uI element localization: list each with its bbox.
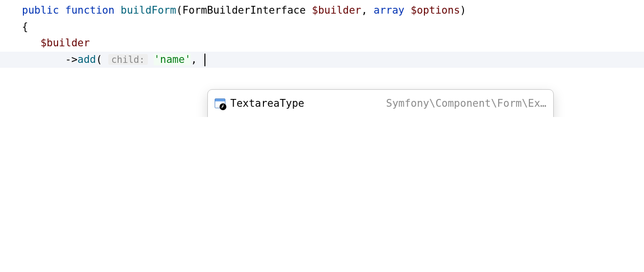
keyword-array: array	[374, 4, 404, 16]
autocomplete-item-name: TextareaType	[230, 96, 304, 112]
code-line: public function buildForm(FormBuilderInt…	[0, 2, 644, 19]
autocomplete-item-path: Symfony\Component\Form\Ex…	[386, 96, 546, 112]
code-editor[interactable]: public function buildForm(FormBuilderInt…	[0, 2, 644, 117]
arrow-operator: ->	[65, 54, 78, 65]
code-line	[0, 68, 644, 84]
autocomplete-list: TextareaType Symfony\Component\Form\Ex… …	[208, 90, 553, 117]
text-cursor	[204, 54, 205, 66]
paren-close: )	[460, 4, 466, 16]
brace-open: {	[22, 21, 28, 33]
variable: $options	[411, 4, 460, 16]
function-name: buildForm	[121, 4, 176, 16]
string-literal: 'name'	[154, 54, 191, 65]
code-line: {	[0, 19, 644, 36]
variable-builder: $builder	[40, 37, 90, 49]
parameter-hint: child:	[108, 54, 148, 65]
paren-open: (	[176, 4, 182, 16]
autocomplete-popup[interactable]: TextareaType Symfony\Component\Form\Ex… …	[207, 89, 554, 117]
variable: $builder	[312, 4, 361, 16]
autocomplete-item[interactable]: TextareaType Symfony\Component\Form\Ex…	[208, 93, 553, 115]
code-line-active: ->add( child: 'name',	[0, 52, 644, 68]
autocomplete-item[interactable]: AttributeType ShopBundle\Form\Admin\Se…	[208, 115, 553, 117]
keyword-public: public	[22, 4, 59, 16]
keyword-function: function	[65, 4, 115, 16]
symfony-form-icon	[215, 98, 225, 109]
code-line: $builder	[0, 35, 644, 52]
method-add: add	[78, 54, 96, 65]
comma: ,	[191, 54, 197, 65]
paren-open: (	[96, 54, 102, 65]
comma: ,	[361, 4, 367, 16]
type-name: FormBuilderInterface	[182, 4, 306, 16]
